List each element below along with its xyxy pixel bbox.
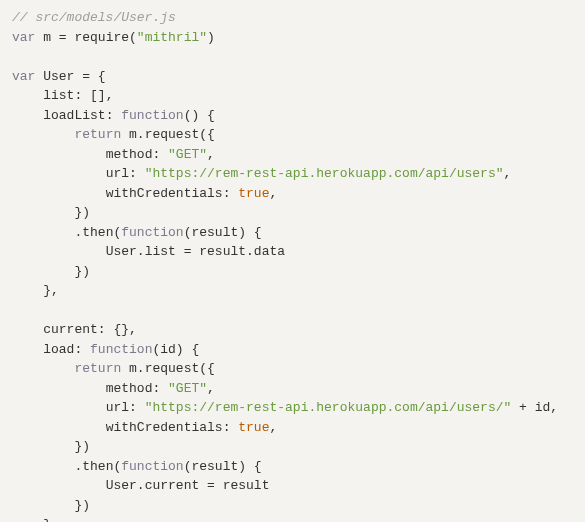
ident-user: User [43, 69, 74, 84]
keyword-return: return [74, 127, 121, 142]
string-url: "https://rem-rest-api.herokuapp.com/api/… [145, 166, 504, 181]
prop-current: current [43, 322, 98, 337]
require-call: require [74, 30, 129, 45]
string-mithril: "mithril" [137, 30, 207, 45]
prop-load: load [43, 342, 74, 357]
keyword-function: function [121, 459, 183, 474]
ident-m: m [43, 30, 51, 45]
keyword-var: var [12, 30, 35, 45]
string-get: "GET" [168, 381, 207, 396]
string-url: "https://rem-rest-api.herokuapp.com/api/… [145, 400, 512, 415]
prop-withcredentials: withCredentials [106, 420, 223, 435]
keyword-function: function [121, 225, 183, 240]
keyword-function: function [121, 108, 183, 123]
bool-true: true [238, 420, 269, 435]
prop-url: url [106, 166, 129, 181]
prop-withcredentials: withCredentials [106, 186, 223, 201]
keyword-function: function [90, 342, 152, 357]
comment-line: // src/models/User.js [12, 10, 176, 25]
keyword-return: return [74, 361, 121, 376]
keyword-var: var [12, 69, 35, 84]
string-get: "GET" [168, 147, 207, 162]
prop-method: method [106, 381, 153, 396]
prop-url: url [106, 400, 129, 415]
prop-list: list [43, 88, 74, 103]
code-block: // src/models/User.js var m = require("m… [12, 8, 573, 522]
assign-userlist: User.list = result.data [106, 244, 285, 259]
assign-usercurrent: User.current = result [106, 478, 270, 493]
prop-loadlist: loadList [43, 108, 105, 123]
prop-method: method [106, 147, 153, 162]
bool-true: true [238, 186, 269, 201]
